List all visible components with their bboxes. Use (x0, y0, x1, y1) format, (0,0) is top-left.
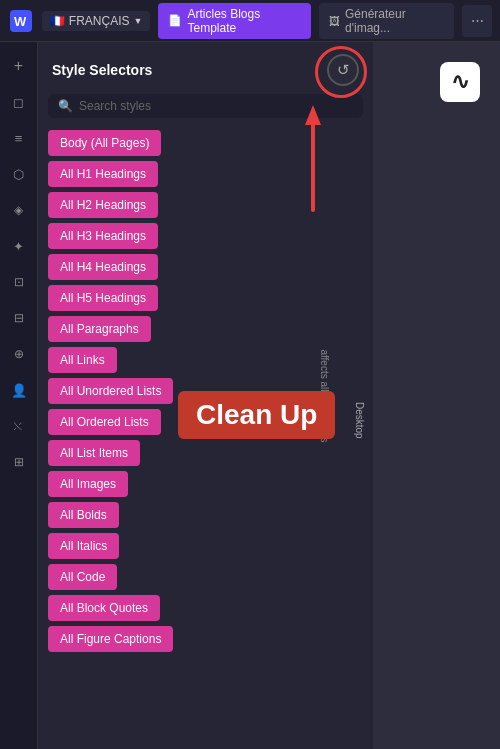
language-label: FRANÇAIS (69, 14, 130, 28)
tab-articles-blogs[interactable]: 📄 Articles Blogs Template (158, 3, 311, 39)
style-tag-blockquotes[interactable]: All Block Quotes (48, 595, 160, 621)
wv-icon: ∿ (451, 69, 469, 95)
pages-button[interactable]: ◻ (3, 86, 35, 118)
style-tag-images[interactable]: All Images (48, 471, 128, 497)
style-tag-figure-captions[interactable]: All Figure Captions (48, 626, 173, 652)
topbar-right-button[interactable]: ⋯ (462, 5, 492, 37)
tab-inactive-label: Générateur d'imag... (345, 7, 444, 35)
language-selector[interactable]: 🇫🇷 FRANÇAIS ▼ (42, 11, 151, 31)
logic-button[interactable]: ⊕ (3, 338, 35, 370)
generator-icon: 🖼 (329, 15, 340, 27)
style-panel-title: Style Selectors (52, 62, 152, 78)
drops-icon: ✦ (13, 239, 24, 254)
style-tag-h4[interactable]: All H4 Headings (48, 254, 158, 280)
style-panel-header: Style Selectors ↺ (38, 42, 373, 94)
style-tag-h3[interactable]: All H3 Headings (48, 223, 158, 249)
flag-icon: 🇫🇷 (50, 14, 65, 28)
search-input[interactable] (79, 99, 353, 113)
layers-button[interactable]: ◈ (3, 194, 35, 226)
database-icon: ⊟ (14, 311, 24, 325)
style-tag-ol[interactable]: All Ordered Lists (48, 409, 161, 435)
refresh-icon: ↺ (337, 61, 350, 79)
nav-button[interactable]: ≡ (3, 122, 35, 154)
apps-button[interactable]: ⊞ (3, 446, 35, 478)
cube-icon: ⬡ (13, 167, 24, 182)
content-area: ∿ (373, 42, 500, 749)
style-panel: Style Selectors ↺ 🔍 Body (All Pages) All… (38, 42, 373, 749)
main-layout: + ◻ ≡ ⬡ ◈ ✦ ⊡ ⊟ ⊕ 👤 ⛌ ⊞ (0, 42, 500, 749)
style-tag-h2[interactable]: All H2 Headings (48, 192, 158, 218)
style-tag-links[interactable]: All Links (48, 347, 117, 373)
ecommerce-button[interactable]: ⛌ (3, 410, 35, 442)
style-tag-bolds[interactable]: All Bolds (48, 502, 119, 528)
style-tag-code[interactable]: All Code (48, 564, 117, 590)
style-tag-list-items[interactable]: All List Items (48, 440, 140, 466)
style-tag-h5[interactable]: All H5 Headings (48, 285, 158, 311)
members-button[interactable]: 👤 (3, 374, 35, 406)
cms-button[interactable]: ⊟ (3, 302, 35, 334)
page-icon: ◻ (13, 95, 24, 110)
menu-icon: ≡ (15, 131, 23, 146)
image-icon: ⊡ (14, 275, 24, 289)
search-icon: 🔍 (58, 99, 73, 113)
icon-sidebar: + ◻ ≡ ⬡ ◈ ✦ ⊡ ⊟ ⊕ 👤 ⛌ ⊞ (0, 42, 38, 749)
add-button[interactable]: + (3, 50, 35, 82)
cart-icon: ⛌ (12, 419, 25, 434)
layers-icon: ◈ (14, 203, 23, 217)
topbar: W 🇫🇷 FRANÇAIS ▼ 📄 Articles Blogs Templat… (0, 0, 500, 42)
plus-icon: + (14, 57, 23, 75)
components-button[interactable]: ⬡ (3, 158, 35, 190)
style-tag-h1[interactable]: All H1 Headings (48, 161, 158, 187)
styles-list: Body (All Pages) All H1 Headings All H2 … (38, 126, 373, 749)
style-tag-body[interactable]: Body (All Pages) (48, 130, 161, 156)
image-button[interactable]: ⊡ (3, 266, 35, 298)
user-icon: 👤 (11, 383, 27, 398)
search-bar[interactable]: 🔍 (48, 94, 363, 118)
doc-icon: 📄 (168, 14, 182, 27)
style-panel-action-button[interactable]: ↺ (327, 54, 359, 86)
style-tag-ul[interactable]: All Unordered Lists (48, 378, 173, 404)
assets-button[interactable]: ✦ (3, 230, 35, 262)
tab-active-label: Articles Blogs Template (187, 7, 301, 35)
wv-logo: ∿ (440, 62, 480, 102)
tab-generator[interactable]: 🖼 Générateur d'imag... (319, 3, 454, 39)
style-tag-paragraphs[interactable]: All Paragraphs (48, 316, 151, 342)
chevron-down-icon: ▼ (134, 16, 143, 26)
style-tag-italics[interactable]: All Italics (48, 533, 119, 559)
webflow-logo[interactable]: W (8, 7, 34, 35)
flow-icon: ⊕ (14, 347, 24, 361)
grid-icon: ⊞ (14, 455, 24, 469)
more-icon: ⋯ (471, 13, 484, 28)
svg-text:W: W (14, 14, 27, 29)
